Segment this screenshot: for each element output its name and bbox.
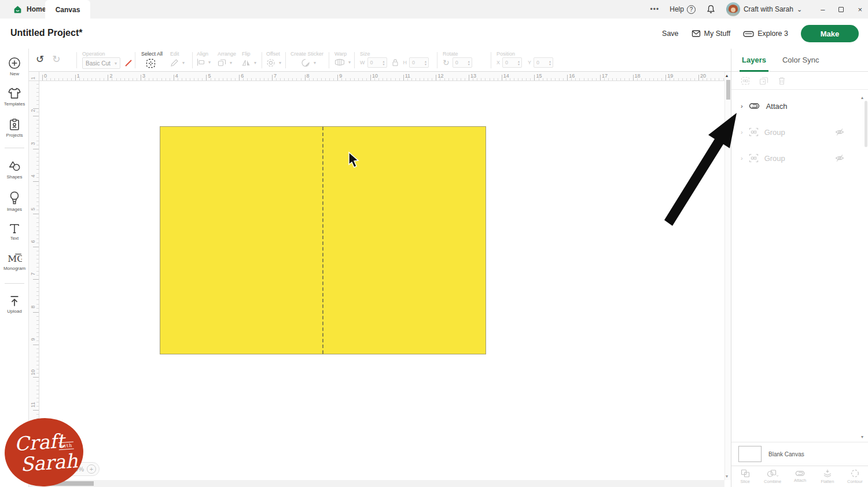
edit-toolbar: ↺ ↻ Operation Basic Cut ▾ Select All bbox=[29, 49, 731, 72]
top-ruler: 01234567891011121314151617181920 bbox=[39, 72, 724, 81]
vertical-scroll-thumb[interactable] bbox=[726, 80, 730, 100]
width-label: W bbox=[360, 60, 365, 65]
layer-row-attach[interactable]: › Attach bbox=[731, 93, 868, 119]
flatten-button[interactable]: Flatten bbox=[814, 466, 841, 487]
account-menu[interactable]: Craft with Sarah ⌄ bbox=[726, 2, 802, 16]
rotate-label: Rotate bbox=[443, 51, 458, 57]
height-input[interactable]: 0 ▲▼ bbox=[409, 57, 429, 68]
help-label: Help bbox=[670, 5, 684, 13]
rotate-icon[interactable]: ↻ bbox=[443, 58, 450, 68]
attach-button[interactable]: Attach bbox=[786, 466, 814, 487]
y-input[interactable]: 0 ▲▼ bbox=[534, 57, 553, 68]
sidebar-item-label: Projects bbox=[6, 133, 23, 138]
sidebar-item-text[interactable]: Text bbox=[0, 222, 29, 241]
height-value: 0 bbox=[412, 60, 415, 65]
card-base-shape[interactable] bbox=[160, 126, 486, 354]
layer-row-group-2[interactable]: › Group bbox=[731, 145, 868, 171]
canvas-area[interactable]: 01234567891011121314151617181920 1234567… bbox=[29, 72, 731, 487]
edit-pencil-icon[interactable] bbox=[170, 58, 179, 67]
chevron-right-icon[interactable]: › bbox=[741, 155, 743, 162]
chevron-right-icon[interactable]: › bbox=[741, 129, 743, 136]
vertical-scrollbar[interactable]: ▴ ▾ bbox=[724, 72, 731, 480]
sidebar-item-images[interactable]: Images bbox=[0, 191, 29, 212]
chevron-down-icon[interactable]: ▾ bbox=[208, 60, 211, 65]
sidebar-item-shapes[interactable]: Shapes bbox=[0, 160, 29, 180]
blank-canvas-row[interactable]: Blank Canvas bbox=[731, 442, 868, 466]
tab-canvas[interactable]: Canvas bbox=[45, 0, 90, 19]
help-icon: ? bbox=[687, 5, 696, 14]
sidebar-item-projects[interactable]: Projects bbox=[0, 118, 29, 138]
chevron-down-icon[interactable]: ▾ bbox=[348, 60, 351, 65]
sidebar-item-new[interactable]: New bbox=[0, 57, 29, 76]
flip-icon[interactable] bbox=[242, 58, 251, 67]
chevron-right-icon[interactable]: › bbox=[741, 102, 743, 109]
contour-button[interactable]: Contour bbox=[841, 466, 868, 487]
horizontal-scrollbar[interactable]: ◂ bbox=[29, 480, 724, 487]
chevron-down-icon[interactable]: ▾ bbox=[230, 60, 232, 65]
chevron-down-icon[interactable]: ▾ bbox=[254, 60, 256, 65]
lock-icon[interactable] bbox=[392, 58, 399, 67]
arrange-icon[interactable] bbox=[218, 58, 226, 67]
minimize-button[interactable]: – bbox=[821, 5, 825, 14]
sidebar-item-monogram[interactable]: MG Monogram bbox=[0, 252, 29, 271]
arrange-label: Arrange bbox=[218, 51, 236, 57]
align-icon[interactable] bbox=[197, 58, 205, 66]
layer-label: Group bbox=[764, 154, 785, 163]
slice-icon bbox=[741, 469, 750, 478]
tab-color-sync[interactable]: Color Sync bbox=[782, 56, 819, 64]
help-button[interactable]: Help ? bbox=[670, 5, 696, 14]
width-value: 0 bbox=[370, 60, 373, 65]
group-layers-icon[interactable] bbox=[741, 76, 750, 85]
chevron-down-icon: ▾ bbox=[115, 61, 117, 66]
chevron-down-icon[interactable]: ▾ bbox=[182, 60, 185, 65]
my-stuff-button[interactable]: My Stuff bbox=[692, 30, 731, 38]
divider bbox=[354, 52, 355, 68]
width-input[interactable]: 0 ▲▼ bbox=[367, 57, 387, 68]
divider bbox=[329, 52, 329, 68]
chevron-down-icon[interactable]: ▾ bbox=[314, 60, 316, 65]
notifications-bell-icon[interactable] bbox=[706, 4, 716, 14]
sidebar-item-templates[interactable]: Templates bbox=[0, 87, 29, 107]
project-bar: Untitled Project* Save My Stuff Explore … bbox=[0, 19, 868, 49]
size-label: Size bbox=[360, 51, 370, 57]
chevron-down-icon[interactable]: ▾ bbox=[279, 60, 281, 65]
tab-layers[interactable]: Layers bbox=[742, 56, 766, 64]
redo-icon[interactable]: ↻ bbox=[52, 54, 60, 64]
layer-row-group-1[interactable]: › Group bbox=[731, 119, 868, 145]
zoom-in-button[interactable]: + bbox=[87, 464, 96, 474]
panel-scroll-down-icon[interactable]: ▾ bbox=[861, 434, 863, 440]
warp-icon[interactable] bbox=[334, 58, 345, 66]
machine-selector[interactable]: Explore 3 bbox=[743, 30, 788, 38]
visibility-off-icon[interactable] bbox=[835, 128, 844, 136]
divider bbox=[5, 283, 24, 284]
visibility-off-icon[interactable] bbox=[835, 154, 844, 162]
delete-icon[interactable] bbox=[778, 76, 786, 85]
scroll-down-icon[interactable]: ▾ bbox=[726, 474, 728, 479]
select-all-icon[interactable] bbox=[146, 58, 156, 68]
operation-select[interactable]: Basic Cut ▾ bbox=[82, 57, 120, 69]
offset-icon[interactable] bbox=[266, 58, 275, 67]
divider bbox=[262, 52, 262, 68]
duplicate-icon[interactable] bbox=[759, 76, 768, 85]
my-stuff-icon bbox=[692, 30, 701, 38]
slice-button[interactable]: Slice bbox=[731, 466, 759, 487]
combine-button[interactable]: Combine bbox=[759, 466, 786, 487]
close-button[interactable]: × bbox=[858, 5, 862, 14]
more-menu-icon[interactable]: ••• bbox=[650, 5, 660, 13]
monogram-icon: MG bbox=[7, 252, 22, 264]
blank-canvas-swatch[interactable] bbox=[738, 446, 762, 462]
divider bbox=[135, 52, 135, 68]
scroll-up-icon[interactable]: ▴ bbox=[726, 73, 728, 78]
sidebar-item-upload[interactable]: Upload bbox=[0, 295, 29, 314]
x-input[interactable]: 0 ▲▼ bbox=[502, 57, 522, 68]
edit-label: Edit bbox=[170, 51, 179, 57]
attach-icon bbox=[795, 470, 806, 477]
rotate-input[interactable]: 0 ▲▼ bbox=[453, 57, 472, 68]
save-button[interactable]: Save bbox=[662, 30, 679, 38]
pen-color-icon[interactable] bbox=[124, 58, 133, 68]
sidebar-item-label: Images bbox=[7, 207, 22, 212]
undo-icon[interactable]: ↺ bbox=[36, 54, 44, 64]
create-sticker-icon[interactable] bbox=[301, 58, 310, 67]
make-button[interactable]: Make bbox=[801, 25, 859, 42]
maximize-button[interactable] bbox=[838, 7, 844, 12]
